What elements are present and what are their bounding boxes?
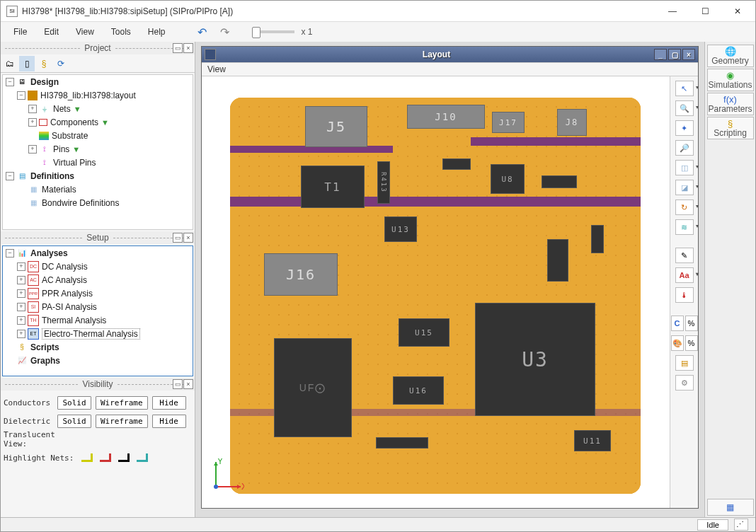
menu-view[interactable]: View	[69, 24, 101, 40]
small-part[interactable]	[542, 175, 577, 188]
maximize-button[interactable]: ☐	[689, 1, 721, 22]
tree-pins[interactable]: Pins	[53, 144, 69, 154]
tree-design[interactable]: Design	[30, 77, 59, 87]
layout-canvas[interactable]: J5 J10 J17 J8 T1 R413 U8 U13 J16	[202, 76, 670, 508]
chip-r413[interactable]: R413	[377, 161, 390, 204]
connector-j8[interactable]: J8	[557, 109, 587, 136]
connector-j17[interactable]: J17	[492, 112, 525, 133]
layout-titlebar[interactable]: Layout _ ▢ ×	[202, 47, 698, 62]
connector-j16[interactable]: J16	[264, 253, 338, 296]
layout-close-button[interactable]: ×	[682, 49, 695, 60]
dielectric-wireframe-button[interactable]: Wireframe	[96, 415, 148, 428]
chip-u15[interactable]: U15	[399, 318, 449, 347]
small-part[interactable]	[442, 158, 471, 170]
tool-rotate[interactable]: ↻▾	[675, 200, 694, 215]
tree-substrate[interactable]: Substrate	[52, 131, 88, 141]
chip-u13[interactable]: U13	[384, 216, 417, 242]
hl-teal[interactable]	[137, 453, 148, 462]
tool-layer[interactable]: ≋▾	[675, 219, 694, 235]
filter-icon[interactable]: ▼	[74, 105, 81, 113]
small-part[interactable]	[591, 225, 604, 253]
tree-vpins[interactable]: Virtual Pins	[53, 158, 96, 168]
conductors-hide-button[interactable]: Hide	[152, 396, 186, 410]
undo-button[interactable]: ↶	[194, 23, 211, 40]
tree-ppr[interactable]: PPR Analysis	[42, 289, 93, 299]
proj-tb-layout[interactable]: 🗂	[2, 56, 18, 71]
tree-materials[interactable]: Materials	[42, 185, 76, 195]
layout-min-button[interactable]: _	[654, 49, 667, 60]
project-pin-button[interactable]: ▭	[173, 43, 183, 53]
menu-tools[interactable]: Tools	[104, 24, 138, 40]
chip-u8[interactable]: U8	[491, 164, 525, 194]
close-button[interactable]: ✕	[721, 1, 754, 22]
tool-pen[interactable]: ✎	[675, 248, 694, 263]
tree-components[interactable]: Components	[50, 117, 98, 127]
tree-ac[interactable]: AC Analysis	[42, 275, 87, 285]
expand-icon[interactable]: +	[17, 303, 25, 311]
expand-icon[interactable]: +	[17, 262, 25, 271]
menu-help[interactable]: Help	[141, 24, 173, 40]
small-part[interactable]	[376, 437, 428, 449]
tree-graphs[interactable]: Graphs	[30, 356, 60, 366]
hl-black[interactable]	[118, 453, 130, 462]
layout-max-button[interactable]: ▢	[668, 49, 681, 60]
tree-scripts[interactable]: Scripts	[30, 342, 59, 352]
expand-icon[interactable]: +	[17, 316, 25, 325]
tool-pct1[interactable]: %	[685, 316, 698, 331]
hl-red[interactable]	[100, 453, 111, 462]
vis-pin-button[interactable]: ▭	[173, 379, 183, 389]
chip-ufp[interactable]: UF⨀	[274, 338, 352, 437]
filter-icon[interactable]: ▼	[72, 145, 80, 154]
tree-pasi[interactable]: PA-SI Analysis	[42, 302, 97, 312]
chip-u16[interactable]: U16	[393, 376, 444, 405]
tree-nets[interactable]: Nets	[53, 104, 71, 114]
conductors-wireframe-button[interactable]: Wireframe	[96, 396, 148, 410]
setup-close-button[interactable]: ×	[183, 233, 193, 243]
zoom-slider[interactable]	[252, 30, 294, 33]
minimize-button[interactable]: —	[656, 1, 689, 22]
expand-icon[interactable]: +	[17, 330, 25, 338]
tab-parameters[interactable]: f(x)Parameters	[707, 93, 754, 115]
pcb-board[interactable]: J5 J10 J17 J8 T1 R413 U8 U13 J16	[230, 98, 641, 494]
tool-zoom[interactable]: 🔍▾	[675, 100, 694, 116]
tool-c[interactable]: C	[671, 316, 684, 331]
expand-icon[interactable]: +	[28, 105, 37, 113]
tool-cube1[interactable]: ◫▾	[675, 160, 694, 175]
tree-thermal[interactable]: Thermal Analysis	[42, 316, 106, 325]
expand-icon[interactable]: −	[6, 172, 14, 180]
expand-icon[interactable]: +	[17, 276, 25, 284]
proj-tb-refresh[interactable]: ⟳	[53, 56, 69, 71]
tool-pct2[interactable]: %	[685, 335, 698, 351]
tool-select[interactable]: ↖▾	[675, 81, 694, 96]
tree-layout[interactable]: HI3798_lib:HI3798:layout	[40, 91, 136, 100]
connector-j5[interactable]: J5	[305, 106, 367, 147]
tab-simulations[interactable]: ◉Simulations	[707, 69, 754, 91]
tab-geometry[interactable]: 🌐Geometry	[707, 45, 754, 67]
tree-dc[interactable]: DC Analysis	[42, 262, 88, 272]
tool-cube2[interactable]: ◪▾	[675, 180, 694, 195]
proj-tb-3[interactable]: §	[36, 56, 52, 71]
proj-tb-2[interactable]: ▯	[19, 56, 35, 71]
vis-close-button[interactable]: ×	[183, 379, 193, 389]
setup-pin-button[interactable]: ▭	[173, 233, 183, 243]
expand-icon[interactable]: +	[28, 118, 37, 127]
tab-bottom[interactable]: ▦	[707, 499, 754, 516]
project-close-button[interactable]: ×	[183, 43, 193, 53]
tool-zoomin[interactable]: 🔎	[675, 140, 694, 156]
layout-menu-view[interactable]: View	[207, 64, 226, 74]
expand-icon[interactable]: −	[6, 78, 14, 86]
hl-yellow[interactable]	[81, 453, 93, 462]
tool-text[interactable]: Aa▾	[675, 267, 694, 283]
tool-palette[interactable]: 🎨	[671, 335, 684, 351]
conductors-solid-button[interactable]: Solid	[57, 396, 91, 410]
menu-file[interactable]: File	[6, 24, 34, 40]
tool-fit[interactable]: ✦	[675, 120, 694, 136]
tool-layers[interactable]: ▤	[675, 355, 694, 371]
chip-u11[interactable]: U11	[574, 430, 611, 451]
chip-t1[interactable]: T1	[301, 166, 365, 208]
status-resize-grip[interactable]: ⋰	[734, 519, 748, 531]
dielectric-hide-button[interactable]: Hide	[152, 415, 186, 428]
expand-icon[interactable]: −	[6, 249, 14, 258]
expand-icon[interactable]: −	[17, 91, 25, 100]
small-part[interactable]	[547, 239, 568, 282]
